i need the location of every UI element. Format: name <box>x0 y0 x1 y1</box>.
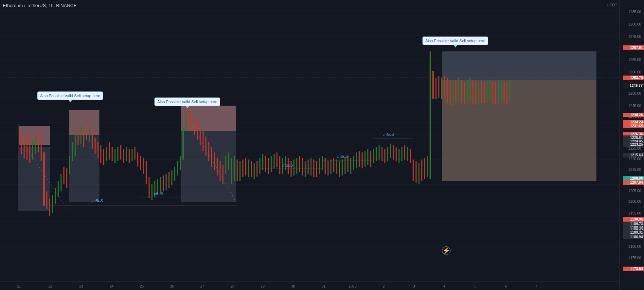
svg-rect-27 <box>18 147 50 211</box>
annotation-text-2: Also Possible Valid Sell setup here <box>157 100 217 104</box>
time-2023: 2023 <box>349 284 356 288</box>
mbos-label-3: mBoS <box>282 163 293 167</box>
price-1275: 1275.00 <box>628 35 643 39</box>
annotation-box-3: Also Possible Valid Sell setup here <box>422 37 488 45</box>
time-26: 26 <box>170 284 174 288</box>
price-1200: 1200.00 <box>628 200 643 203</box>
badge-1190: 1190.96 <box>623 217 644 222</box>
badge-1189d: 1189.31 <box>623 230 644 235</box>
time-6: 6 <box>505 284 507 288</box>
annotation-text-1: Also Possible Valid Sell setup here <box>40 94 100 98</box>
badge-1173: 1173.93 <box>623 267 644 271</box>
time-4: 4 <box>443 284 446 288</box>
annotation-box-1: Also Possible Valid Sell setup here <box>37 91 103 100</box>
mbos-label-4: mBoS <box>337 154 348 158</box>
chart-container: { "title": "Ethereum / TetherUS, 1h, BIN… <box>0 0 644 290</box>
price-axis: 1285.00 1280.00 1275.00 1270.00 1265.00 … <box>619 0 644 290</box>
time-31: 31 <box>322 284 326 288</box>
badge-1253: 1253.78 <box>623 76 644 80</box>
mbos-label-2: mBoS <box>153 191 163 196</box>
time-30: 30 <box>291 284 295 288</box>
price-1215: 1215.00 <box>628 168 643 172</box>
price-1280: 1280.00 <box>628 22 643 26</box>
time-24: 24 <box>110 284 114 288</box>
time-2: 2 <box>383 284 385 288</box>
badge-1267: 1267.91 <box>623 45 644 50</box>
time-28: 28 <box>230 284 234 288</box>
mbos-label-5: mBoS <box>383 132 394 136</box>
time-27: 27 <box>200 284 204 288</box>
time-25: 25 <box>140 284 144 288</box>
time-3: 3 <box>413 284 415 288</box>
time-23: 23 <box>79 284 83 288</box>
price-1180: 1180.00 <box>628 245 643 249</box>
svg-rect-31 <box>442 80 596 181</box>
price-1245: 1245.00 <box>628 104 643 108</box>
annotation-box-2: Also Possible Valid Sell setup here <box>154 97 220 106</box>
time-21: 21 <box>17 284 21 288</box>
badge-1215: 1215.63 <box>623 153 644 157</box>
badge-1238: 1238.26 <box>623 113 644 117</box>
price-1250: 1250.00 <box>628 91 643 95</box>
annotation-text-3: Also Possible Valid Sell setup here <box>425 39 485 43</box>
time-7: 7 <box>535 284 537 288</box>
price-1195: 1195.00 <box>628 211 643 215</box>
badge-1231: 1231.65 <box>623 124 644 128</box>
price-1285: 1285.00 <box>628 10 643 14</box>
mbos-label-1: mBoS <box>92 199 103 203</box>
time-5: 5 <box>474 284 476 288</box>
price-1265: 1265.00 <box>628 58 643 62</box>
time-22: 22 <box>48 284 52 288</box>
time-29: 29 <box>261 284 264 288</box>
price-1220: 1220.00 <box>628 157 643 161</box>
price-1175: 1175.00 <box>628 256 643 260</box>
price-1225: 1225.00 <box>628 146 643 150</box>
time-axis: 21 22 23 24 25 26 27 28 29 30 31 2023 2 … <box>0 281 620 290</box>
price-1205: 1205.00 <box>628 189 643 193</box>
badge-1249: 1249.77 <box>623 83 644 88</box>
price-chart <box>0 0 620 280</box>
badge-1207: 1207.84 <box>623 180 644 185</box>
svg-rect-30 <box>442 51 596 80</box>
badge-1223: 1223.25 <box>623 142 644 147</box>
svg-rect-24 <box>18 126 50 145</box>
badge-1186: 1186.94 <box>623 235 644 239</box>
lightning-icon[interactable]: ⚡ <box>442 246 451 255</box>
price-1260: 1260.00 <box>628 70 643 74</box>
